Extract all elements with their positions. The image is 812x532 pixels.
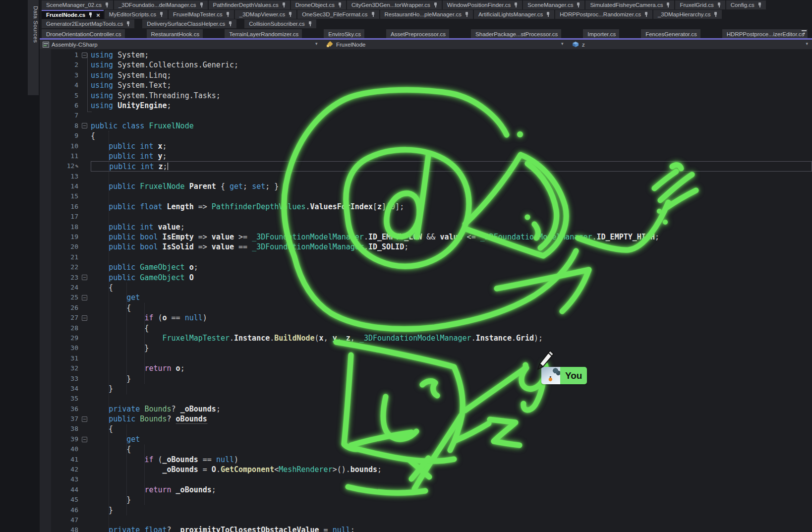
code-text[interactable]: }: [91, 374, 812, 384]
pin-icon[interactable]: [371, 11, 376, 17]
code-line-36[interactable]: 36 private Bounds? _oBounds;: [40, 404, 812, 414]
pin-icon[interactable]: [88, 12, 93, 18]
code-line-4[interactable]: 4using System.Text;: [40, 80, 812, 90]
code-line-31[interactable]: 31: [40, 354, 812, 363]
code-text[interactable]: public bool IsEmpty => value >= _3DFound…: [91, 232, 812, 242]
code-line-33[interactable]: 33 }: [40, 374, 812, 384]
code-text[interactable]: [91, 191, 812, 201]
pin-icon[interactable]: [644, 11, 649, 17]
tab-onesec3d-fileformat-cs[interactable]: OneSec3D_FileFormat.cs: [297, 10, 379, 19]
code-text[interactable]: [91, 354, 812, 363]
pin-icon[interactable]: [159, 11, 164, 17]
pin-icon[interactable]: [105, 2, 110, 8]
tab-shaderpackage-stprocessor-cs[interactable]: ShaderPackage...stProcessor.cs: [471, 29, 561, 39]
code-text[interactable]: if (_oBounds == null): [91, 455, 812, 465]
code-line-48[interactable]: 48 private float? _proximityToClosestObs…: [40, 525, 812, 532]
pin-icon[interactable]: [514, 2, 519, 8]
code-text[interactable]: {: [91, 444, 812, 454]
code-text[interactable]: private Bounds? _oBounds;: [91, 404, 812, 414]
code-text[interactable]: return _oBounds;: [91, 485, 812, 495]
pin-icon[interactable]: [666, 2, 671, 8]
collapse-icon[interactable]: –: [82, 53, 87, 58]
code-line-19[interactable]: 19 public bool IsEmpty => value >= _3DFo…: [40, 232, 812, 242]
code-line-23[interactable]: 23– public GameObject O: [40, 273, 812, 283]
type-dropdown[interactable]: FruxelNode: [326, 40, 365, 49]
code-text[interactable]: public int z;: [91, 161, 812, 171]
tab-droneobject-cs[interactable]: DroneObject.cs: [291, 0, 346, 9]
pin-icon[interactable]: [226, 11, 231, 17]
tab-simulatedfisheyecamera-cs[interactable]: SimulatedFisheyeCamera.cs: [585, 0, 674, 9]
code-text[interactable]: [91, 212, 812, 222]
tab-artificiallightsmanager-cs[interactable]: ArtificialLightsManager.cs: [474, 10, 554, 19]
tab-fruxelgrid-cs[interactable]: FruxelGrid.cs: [675, 0, 725, 9]
tab--3dmaphierarchy-cs[interactable]: _3DMapHierarchy.cs: [653, 10, 722, 19]
code-editor[interactable]: 1–using System;2using System.Collections…: [40, 49, 812, 532]
code-line-12[interactable]: 12✎ public int z;: [40, 161, 812, 171]
tab-terrainlayerrandomizer-cs[interactable]: TerrainLayerRandomizer.cs: [225, 29, 302, 39]
code-text[interactable]: get: [91, 434, 812, 444]
code-text[interactable]: public class FruxelNode: [91, 121, 812, 131]
code-line-29[interactable]: 29 FruxelMapTester.Instance.BuildNode(x,…: [40, 333, 812, 343]
pin-icon[interactable]: [713, 11, 718, 17]
code-line-21[interactable]: 21: [40, 252, 812, 262]
pin-icon[interactable]: [308, 21, 313, 27]
tab-hdrppostproc-randomizer-cs[interactable]: HDRPPostproc...Randomizer.cs: [555, 10, 652, 19]
chevron-down-icon[interactable]: ▾: [315, 41, 318, 46]
code-text[interactable]: [91, 515, 812, 525]
code-text[interactable]: if (o == null): [91, 313, 812, 323]
code-line-41[interactable]: 41 if (_oBounds == null): [40, 455, 812, 465]
pin-icon[interactable]: [546, 11, 551, 17]
code-text[interactable]: }: [91, 495, 812, 505]
tab-importer-cs[interactable]: Importer.cs: [583, 29, 619, 39]
code-text[interactable]: }: [91, 384, 812, 394]
code-text[interactable]: public GameObject O: [91, 273, 812, 283]
code-text[interactable]: using System.Text;: [91, 80, 812, 90]
code-line-32[interactable]: 32 return o;: [40, 363, 812, 373]
code-line-1[interactable]: 1–using System;: [40, 50, 812, 60]
code-line-35[interactable]: 35: [40, 394, 812, 404]
pin-icon[interactable]: [288, 11, 293, 17]
code-line-27[interactable]: 27– if (o == null): [40, 313, 812, 323]
code-line-46[interactable]: 46 }: [40, 505, 812, 515]
code-line-30[interactable]: 30 }: [40, 343, 812, 353]
tab-citygen3dgen-torwrapper-cs[interactable]: CityGen3DGen...torWrapper.cs: [347, 0, 442, 9]
code-line-15[interactable]: 15: [40, 191, 812, 201]
code-text[interactable]: private float? _proximityToClosestObstac…: [91, 525, 812, 532]
pin-icon[interactable]: [433, 2, 438, 8]
code-line-5[interactable]: 5using System.Threading.Tasks;: [40, 91, 812, 101]
code-line-16[interactable]: 16 public float Length => PathfinderDept…: [40, 202, 812, 212]
tab-restaurantho-plemanager-cs[interactable]: RestaurantHo...pleManager.cs: [380, 10, 473, 19]
code-text[interactable]: using System.Threading.Tasks;: [91, 91, 812, 101]
code-text[interactable]: public Bounds? oBounds: [91, 414, 812, 424]
code-text[interactable]: using System.Collections.Generic;: [91, 60, 812, 70]
code-text[interactable]: using System;: [91, 50, 812, 60]
chevron-down-icon[interactable]: ▾: [806, 41, 808, 46]
code-text[interactable]: {: [91, 283, 812, 293]
pin-icon[interactable]: [464, 11, 469, 17]
tab--3dmapviewer-cs[interactable]: _3DMapViewer.cs: [235, 10, 296, 19]
pin-icon[interactable]: [717, 2, 722, 8]
collapse-icon[interactable]: –: [82, 315, 87, 321]
code-text[interactable]: }: [91, 343, 812, 353]
code-line-9[interactable]: 9{: [40, 131, 812, 141]
pin-icon[interactable]: [282, 2, 287, 8]
tab-config-cs[interactable]: Config.cs: [726, 0, 766, 9]
pin-icon[interactable]: [228, 21, 233, 27]
code-line-38[interactable]: 38 {: [40, 424, 812, 434]
code-text[interactable]: using System.Linq;: [91, 70, 812, 80]
code-text[interactable]: public bool IsSolid => value == _3DFound…: [91, 242, 812, 252]
tab-windowpositionfinder-cs[interactable]: WindowPositionFinder.cs: [443, 0, 522, 9]
tab-envirosky-cs[interactable]: EnviroSky.cs: [324, 29, 364, 39]
code-line-13[interactable]: 13: [40, 172, 812, 181]
code-text[interactable]: return o;: [91, 363, 812, 373]
collapse-icon[interactable]: –: [82, 416, 87, 422]
code-text[interactable]: {: [91, 131, 812, 141]
code-text[interactable]: public FruxelNode Parent { get; set; }: [91, 181, 812, 191]
code-line-37[interactable]: 37– public Bounds? oBounds: [40, 414, 812, 424]
code-line-3[interactable]: 3using System.Linq;: [40, 70, 812, 80]
pin-icon[interactable]: [757, 2, 762, 8]
pin-icon[interactable]: [199, 2, 204, 8]
code-line-14[interactable]: 14 public FruxelNode Parent { get; set; …: [40, 181, 812, 191]
code-line-6[interactable]: 6using UnityEngine;: [40, 101, 812, 111]
collapse-icon[interactable]: –: [82, 295, 87, 300]
